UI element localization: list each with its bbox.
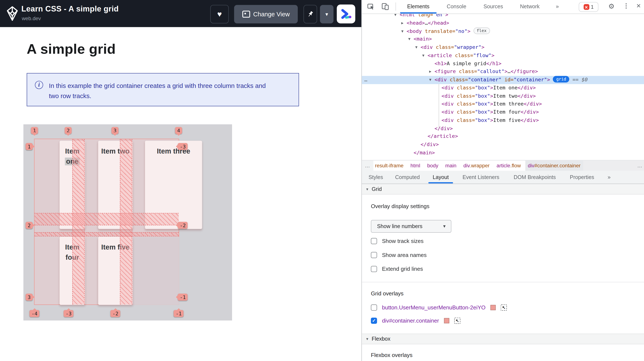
code-token: <figure <box>434 69 456 74</box>
device-toolbar-icon[interactable] <box>381 2 390 11</box>
dom-tree-row[interactable]: ▼<body translate="no">flex <box>362 27 644 35</box>
dom-tree-row[interactable]: <div class="box">Item five</div> <box>362 116 644 124</box>
grid-badge[interactable]: grid <box>553 76 570 82</box>
row-more-icon[interactable]: … <box>364 76 368 84</box>
dom-tree-row[interactable]: …▼<div class="container" id="container">… <box>362 76 644 84</box>
code-token: <h1> <box>434 60 446 66</box>
code-token: <div <box>442 93 454 99</box>
grid-line-number-badge: 1 <box>31 127 38 134</box>
pin-button[interactable] <box>304 5 317 23</box>
flex-badge[interactable]: flex <box>473 27 490 34</box>
inspect-element-icon[interactable] <box>367 3 375 10</box>
breadcrumb: … result-iframehtmlbodymaindiv.wrapperar… <box>362 160 644 171</box>
heart-icon: ♥ <box>217 10 222 18</box>
close-devtools-icon[interactable]: ✕ <box>636 2 641 9</box>
breadcrumb-item[interactable]: result-iframe <box>375 161 404 171</box>
twisty-open-icon[interactable]: ▼ <box>422 52 424 60</box>
twisty-open-icon[interactable]: ▼ <box>408 35 410 43</box>
tab-elements[interactable]: Elements <box>404 0 433 13</box>
kebab-menu-icon[interactable]: ⋮ <box>623 2 629 9</box>
dom-tree-row[interactable]: ▼<div class="wrapper"> <box>362 43 644 52</box>
dom-tree-row[interactable]: <h1>A simple grid</h1> <box>362 60 644 68</box>
grid-section-header[interactable]: ▼ Grid <box>362 184 644 195</box>
dom-tree-row[interactable]: </div> <box>362 124 644 132</box>
grid-line-number-badge: -2 <box>110 310 120 317</box>
grid-overlay-label[interactable]: div#container.container <box>382 318 439 324</box>
grid-line-number-badge: 1 <box>26 143 33 150</box>
info-callout: i In this example the grid container cre… <box>27 73 299 106</box>
grid-line-number-badge: -3 <box>178 143 188 150</box>
settings-gear-icon[interactable]: ⚙ <box>608 2 614 11</box>
checkbox-unchecked[interactable] <box>371 266 377 272</box>
tab-sources[interactable]: Sources <box>479 0 508 13</box>
tab-console[interactable]: Console <box>443 0 470 13</box>
code-token: > <box>490 101 493 107</box>
tab-»[interactable]: » <box>553 0 562 13</box>
breadcrumb-part: .container <box>558 163 581 169</box>
grid-overlay-row: ✓div#container.container↖ <box>371 318 460 324</box>
dom-tree-row[interactable]: <div class="box">Item three</div> <box>362 100 644 108</box>
change-view-button[interactable]: Change View <box>234 5 298 23</box>
code-token: > <box>547 77 550 82</box>
tab-styles[interactable]: Styles <box>365 171 386 184</box>
favorite-button[interactable]: ♥ <box>210 5 229 23</box>
grid-overlays-heading: Grid overlays <box>371 291 404 297</box>
dom-tree-row[interactable]: </main> <box>362 149 644 157</box>
breadcrumb-item[interactable]: main <box>445 161 456 171</box>
dom-tree-row[interactable]: </article> <box>362 133 644 141</box>
tab-»[interactable]: » <box>604 171 614 184</box>
tab-network[interactable]: Network <box>516 0 544 13</box>
breadcrumb-item[interactable]: body <box>427 161 438 171</box>
twisty-closed-icon[interactable]: ▶ <box>429 68 431 76</box>
dom-tree-row[interactable]: ▼<main> <box>362 35 644 43</box>
breadcrumb-overflow-left[interactable]: … <box>362 161 373 171</box>
twisty-open-icon[interactable]: ▼ <box>401 27 404 35</box>
grid-overlay-label[interactable]: button.UserMenu_userMenuButton-2eiYO <box>382 305 486 311</box>
checkbox-unchecked[interactable] <box>371 238 377 244</box>
line-numbers-select[interactable]: Show line numbers ▼ <box>371 220 452 233</box>
grid-line-number-badge: 2 <box>26 222 33 229</box>
tab-event-listeners[interactable]: Event Listeners <box>458 171 504 184</box>
twisty-open-icon[interactable]: ▼ <box>415 43 418 52</box>
tab-layout[interactable]: Layout <box>428 171 453 184</box>
dom-tree-row[interactable]: </div> <box>362 141 644 149</box>
dom-tree-row[interactable]: ▼<article class="flow"> <box>362 52 644 60</box>
error-badge[interactable]: ✕ 1 <box>579 2 598 12</box>
tab-computed[interactable]: Computed <box>392 171 424 184</box>
checkbox-checked[interactable]: ✓ <box>371 318 377 324</box>
breadcrumb-item[interactable]: div#container.container <box>526 161 583 171</box>
code-token: </div> <box>520 109 539 115</box>
breadcrumb-part: .flow <box>510 163 521 169</box>
tab-dom-breakpoints[interactable]: DOM Breakpoints <box>509 171 560 184</box>
dom-tree-row[interactable]: <div class="box">Item one</div> <box>362 84 644 92</box>
dom-tree-row[interactable]: ▶<head>…</head> <box>362 19 644 27</box>
pane-divider <box>362 282 644 282</box>
code-token: "flow" <box>473 52 492 58</box>
code-token: Item five <box>493 117 521 123</box>
select-element-icon[interactable]: ↖ <box>454 318 460 324</box>
breadcrumb-item[interactable]: div.wrapper <box>463 161 490 171</box>
checkbox-unchecked[interactable] <box>371 305 377 311</box>
code-token: > <box>468 28 470 34</box>
code-token: </div> <box>520 117 539 123</box>
overlay-color-swatch[interactable] <box>490 305 496 310</box>
code-token: </figure> <box>510 69 538 74</box>
tab-properties[interactable]: Properties <box>566 171 598 184</box>
breadcrumb-item[interactable]: article.flow <box>496 161 521 171</box>
code-token: Item three <box>493 101 524 107</box>
checkbox-unchecked[interactable] <box>371 252 377 258</box>
breadcrumb-item[interactable]: html <box>410 161 420 171</box>
twisty-closed-icon[interactable]: ▶ <box>401 19 404 27</box>
flexbox-section-header[interactable]: ▼ Flexbox <box>362 334 644 344</box>
header-dropdown-button[interactable]: ▼ <box>320 5 334 23</box>
select-element-icon[interactable]: ↖ <box>501 305 507 311</box>
dom-tree-row[interactable]: <div class="box">Item two</div> <box>362 92 644 100</box>
twisty-open-icon[interactable]: ▼ <box>429 76 431 84</box>
dom-tree-row[interactable]: <div class="box">Item four</div> <box>362 108 644 116</box>
breadcrumb-overflow-right[interactable]: … <box>637 161 643 171</box>
overlay-option-row: Show area names <box>371 252 426 258</box>
playground-button[interactable] <box>337 4 355 23</box>
error-icon: ✕ <box>584 4 589 10</box>
overlay-color-swatch[interactable] <box>444 318 449 324</box>
dom-tree-row[interactable]: ▶<figure class="callout">…</figure> <box>362 68 644 76</box>
